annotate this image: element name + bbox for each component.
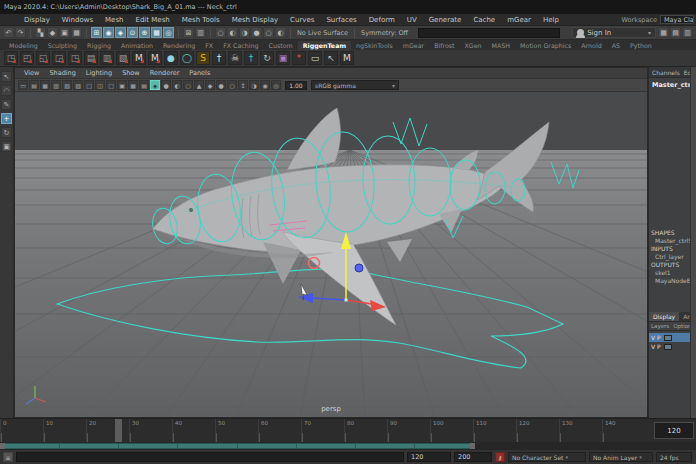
menu-item[interactable]: Generate xyxy=(423,16,468,24)
shelf-button[interactable]: ▧ xyxy=(116,51,130,65)
shelf-button[interactable]: ▤ xyxy=(84,51,98,65)
no-live-surface-label[interactable]: No Live Surface xyxy=(295,29,350,37)
menu-item[interactable]: Cache xyxy=(467,16,501,24)
layer-playback-toggle[interactable]: P xyxy=(657,334,661,341)
viewport-toolbar-icon[interactable]: ▤ xyxy=(139,80,149,90)
shelf-button[interactable]: † xyxy=(212,51,226,65)
character-set-dropdown[interactable]: No Character Set ▾ xyxy=(508,452,586,462)
menu-item[interactable]: Edit Mesh xyxy=(130,16,176,24)
modeling-toolkit-toggle-icon[interactable]: ▦ xyxy=(658,27,669,38)
tool-icon[interactable]: + xyxy=(1,113,12,124)
time-slider[interactable]: 0102030405060708090100110120130140 120 xyxy=(0,418,696,442)
shelf-tab[interactable]: Rigging xyxy=(82,41,116,50)
channel-box-tree-item[interactable]: Ctrl_layer xyxy=(649,253,690,260)
viewport-toolbar-icon[interactable]: ◎ xyxy=(271,80,281,90)
command-line-icon[interactable]: ≡ xyxy=(3,452,13,462)
display-layer-row[interactable]: V P xyxy=(649,342,690,351)
shelf-button[interactable]: M xyxy=(148,51,162,65)
snap-icon[interactable]: ◈ xyxy=(115,27,126,38)
shelf-tab[interactable]: FX Caching xyxy=(218,41,263,50)
tool-icon[interactable]: ✎ xyxy=(1,99,12,110)
undo-redo-icon[interactable]: ↶ xyxy=(3,27,14,38)
panel-menu-item[interactable]: Shading xyxy=(44,69,80,77)
channel-box-toggle-icon[interactable]: ▥ xyxy=(682,27,693,38)
menu-item[interactable]: Help xyxy=(537,16,565,24)
menu-item[interactable]: Deform xyxy=(363,16,401,24)
shelf-button[interactable]: † xyxy=(244,51,258,65)
viewport-toolbar-icon[interactable]: □ xyxy=(84,80,94,90)
history-icon[interactable]: ○ xyxy=(263,27,274,38)
shelf-tab[interactable]: Rendering xyxy=(158,41,200,50)
attribute-editor-toggle-icon[interactable]: ▤ xyxy=(670,27,681,38)
channel-box-tree-item[interactable]: Master_ctrlSha xyxy=(649,237,690,244)
menu-item[interactable]: Mesh Tools xyxy=(176,16,226,24)
panel-menu-item[interactable]: Renderer xyxy=(145,69,185,77)
shelf-tab[interactable]: Sculpting xyxy=(43,41,82,50)
command-line-input[interactable] xyxy=(16,452,404,462)
snap-icon[interactable]: ⊙ xyxy=(127,27,138,38)
shelf-button[interactable]: ● xyxy=(164,51,178,65)
viewport-toolbar-icon[interactable]: ↕ xyxy=(238,80,248,90)
snap-icon[interactable]: ⊞ xyxy=(91,27,102,38)
shelf-tab[interactable]: mGear xyxy=(398,41,429,50)
playback-start-field[interactable]: 120 xyxy=(407,452,451,462)
history-icon[interactable]: ● xyxy=(251,27,262,38)
lock-icon[interactable]: ⊠ xyxy=(183,27,194,38)
shelf-button[interactable]: ☠ xyxy=(228,51,242,65)
layer-color-chip[interactable] xyxy=(664,335,672,341)
selection-mask-icon[interactable]: ▚ xyxy=(35,27,46,38)
viewport-toolbar-icon[interactable]: ○ xyxy=(183,80,193,90)
auto-keyframe-toggle-icon[interactable]: ⚷ xyxy=(495,452,505,462)
layer-editor-tab[interactable]: Anim xyxy=(679,312,690,321)
shelf-button[interactable]: S xyxy=(196,51,210,65)
panel-menu-item[interactable]: Show xyxy=(117,69,145,77)
menu-item[interactable]: Display xyxy=(18,16,56,24)
shelf-button[interactable]: ◯ xyxy=(180,51,194,65)
viewport-toolbar-icon[interactable]: ▨ xyxy=(73,80,83,90)
shelf-button[interactable]: M xyxy=(132,51,146,65)
history-icon[interactable]: ◑ xyxy=(239,27,250,38)
viewport-toolbar-icon[interactable]: ◆ xyxy=(205,80,215,90)
window-titlebar[interactable]: Maya 2020.4: C:\Users\Admin\Desktop\Shar… xyxy=(0,0,696,14)
shelf-button[interactable]: ◰ xyxy=(20,51,34,65)
shelf-tab[interactable]: AS xyxy=(607,41,625,50)
channel-box-tree-item[interactable]: MayaNodeEdit xyxy=(649,277,690,284)
playback-end-field[interactable]: 200 xyxy=(454,452,492,462)
symmetry-label[interactable]: Symmetry: Off xyxy=(359,29,410,37)
channel-box-tree-item[interactable]: INPUTS xyxy=(649,245,690,252)
tool-icon[interactable]: ▣ xyxy=(1,141,12,152)
snap-icon[interactable]: ▦ xyxy=(151,27,162,38)
shelf-tab[interactable]: Python xyxy=(625,41,657,50)
shelf-button[interactable]: ◳ xyxy=(4,51,18,65)
panel-menu-item[interactable]: Panels xyxy=(184,69,215,77)
layer-playback-toggle[interactable]: P xyxy=(657,343,661,350)
workspace-dropdown[interactable]: Maya Classic xyxy=(660,15,694,24)
viewport-toolbar-icon[interactable]: ◑ xyxy=(249,80,259,90)
tool-icon[interactable]: ↖ xyxy=(1,71,12,82)
exposure-field[interactable]: 1.00 xyxy=(285,81,307,90)
shelf-tab[interactable]: ngSkinTools xyxy=(351,41,398,50)
snap-icon[interactable]: ◎ xyxy=(163,27,174,38)
viewport-toolbar-icon[interactable]: ▧ xyxy=(62,80,72,90)
viewport-toolbar-icon[interactable]: ▥ xyxy=(51,80,61,90)
channel-box-tree-item[interactable]: SHAPES xyxy=(649,229,690,236)
menu-item[interactable]: mGear xyxy=(501,16,537,24)
shelf-button[interactable]: ▥ xyxy=(100,51,114,65)
tool-icon[interactable]: ◠ xyxy=(1,85,12,96)
viewport-toolbar-icon[interactable]: ◫ xyxy=(95,80,105,90)
channel-box-tree-item[interactable]: OUTPUTS xyxy=(649,261,690,268)
viewport-toolbar-icon[interactable]: ◐ xyxy=(172,80,182,90)
menu-item[interactable]: Surfaces xyxy=(320,16,362,24)
shelf-tab[interactable]: Modeling xyxy=(4,41,43,50)
viewport-canvas[interactable]: persp xyxy=(15,92,647,417)
layer-editor-menu-item[interactable]: Options xyxy=(673,323,690,329)
viewport-toolbar-icon[interactable]: ▦ xyxy=(128,80,138,90)
menu-item[interactable]: Curves xyxy=(284,16,320,24)
shelf-tab[interactable]: MASH xyxy=(487,41,515,50)
display-layer-row[interactable]: V P xyxy=(649,333,690,342)
shelf-tab[interactable]: Custom xyxy=(264,41,298,50)
lock-icon[interactable]: ▥ xyxy=(195,27,206,38)
selected-node-name[interactable]: Master_ctrl xyxy=(649,78,690,91)
right-sidebar-strip[interactable] xyxy=(690,67,696,418)
layer-editor-tab[interactable]: Display xyxy=(649,312,679,321)
